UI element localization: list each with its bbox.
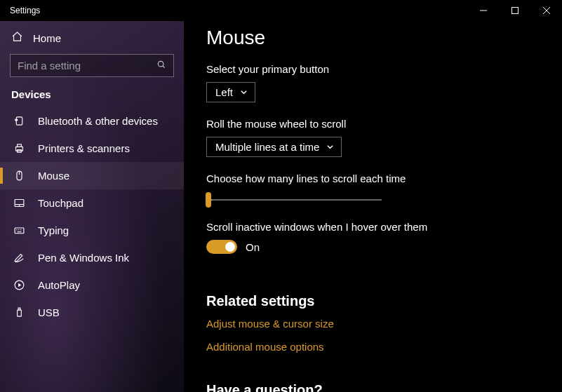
sidebar-item-printers[interactable]: Printers & scanners [0,135,184,162]
sidebar-item-typing[interactable]: Typing [0,217,184,244]
related-heading: Related settings [206,293,540,309]
home-label: Home [33,32,61,44]
nav-label: Mouse [38,170,69,182]
lines-slider[interactable] [206,191,382,208]
nav-list: Bluetooth & other devices Printers & sca… [0,107,184,326]
primary-button-label: Select your primary button [206,63,540,75]
sidebar-item-pen[interactable]: Pen & Windows Ink [0,244,184,271]
bluetooth-icon [13,115,25,127]
svg-rect-16 [15,228,24,234]
home-nav-item[interactable]: Home [0,25,184,54]
nav-label: Printers & scanners [38,142,130,154]
link-additional-options[interactable]: Additional mouse options [206,341,540,353]
sidebar-item-touchpad[interactable]: Touchpad [0,189,184,217]
pen-icon [13,252,25,264]
nav-label: USB [38,306,60,318]
close-button[interactable] [530,0,562,21]
chevron-down-icon [240,86,248,98]
link-adjust-cursor[interactable]: Adjust mouse & cursor size [206,318,540,330]
touchpad-icon [13,197,25,209]
primary-button-combo[interactable]: Left [206,82,255,102]
autoplay-icon [13,279,25,291]
titlebar: Settings [0,0,562,21]
sidebar: Home Devices Bluetooth & other devices [0,21,184,392]
sidebar-item-mouse[interactable]: Mouse [0,162,184,189]
svg-rect-7 [15,119,17,120]
search-icon [156,60,166,72]
nav-label: Touchpad [38,197,83,209]
lines-label: Choose how many lines to scroll each tim… [206,173,540,184]
svg-line-5 [163,65,165,67]
mouse-icon [13,170,25,182]
slider-track [206,199,382,201]
sidebar-item-usb[interactable]: USB [0,299,184,326]
scroll-mode-label: Roll the mouse wheel to scroll [206,118,540,130]
home-icon [11,31,23,46]
search-input[interactable] [18,60,151,72]
page-title: Mouse [206,27,540,49]
svg-marker-22 [18,283,21,288]
sidebar-item-autoplay[interactable]: AutoPlay [0,271,184,299]
usb-icon [13,306,25,318]
search-box[interactable] [10,54,174,77]
svg-rect-23 [17,310,21,316]
combo-value: Multiple lines at a time [215,141,319,153]
scroll-mode-combo[interactable]: Multiple lines at a time [206,137,342,157]
nav-label: Pen & Windows Ink [38,252,129,264]
hover-label: Scroll inactive windows when I hover ove… [206,221,540,233]
sidebar-item-bluetooth[interactable]: Bluetooth & other devices [0,107,184,135]
toggle-knob [225,242,235,252]
hover-toggle[interactable] [206,240,237,254]
minimize-button[interactable] [467,0,499,21]
nav-label: Typing [38,224,69,236]
question-heading: Have a question? [206,382,540,392]
combo-value: Left [215,86,233,98]
svg-rect-9 [17,144,21,147]
window-controls [467,0,562,21]
chevron-down-icon [326,141,334,153]
svg-rect-24 [18,308,20,310]
svg-rect-1 [511,8,518,14]
slider-thumb[interactable] [206,192,211,208]
nav-label: AutoPlay [38,279,80,291]
main-content: Mouse Select your primary button Left Ro… [184,21,562,392]
svg-rect-6 [16,117,22,125]
maximize-button[interactable] [499,0,530,21]
printer-icon [13,142,25,154]
window-title: Settings [10,6,40,15]
toggle-state-label: On [246,241,260,253]
keyboard-icon [13,224,25,236]
nav-label: Bluetooth & other devices [38,115,158,127]
sidebar-section-title: Devices [0,87,184,107]
